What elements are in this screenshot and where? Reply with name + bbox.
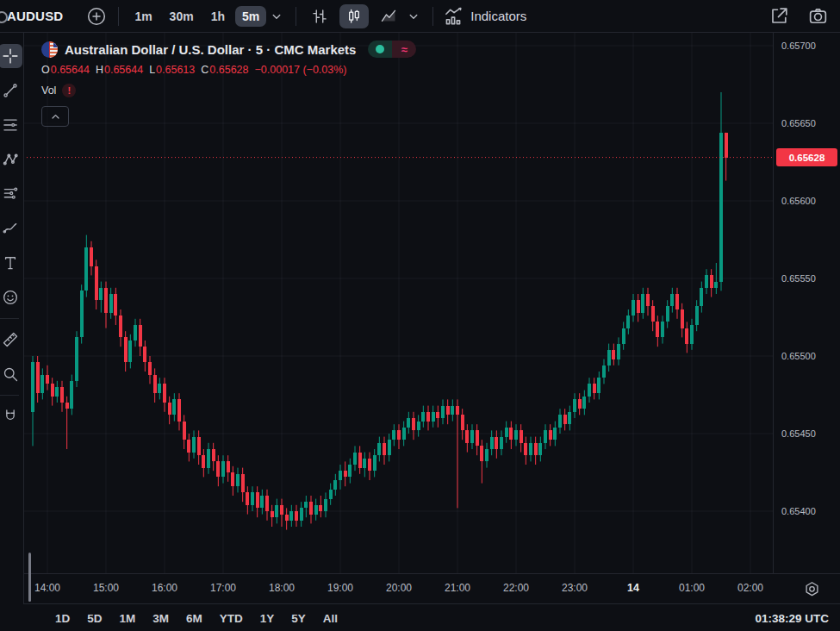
chart-type-candles-icon[interactable] xyxy=(339,4,369,28)
timeframe-5m[interactable]: 5m xyxy=(235,6,266,27)
drawing-toolbar xyxy=(0,32,24,610)
price-axis-label: 0.65450 xyxy=(781,428,816,439)
tool-text-icon[interactable] xyxy=(0,246,23,280)
timeframe-30m[interactable]: 30m xyxy=(163,6,201,27)
chart-type-group xyxy=(305,4,403,28)
bottom-toolbar: 1D5D1M3M6MYTD1Y5YAll 01:38:29 UTC xyxy=(23,603,840,631)
time-axis-label: 21:00 xyxy=(445,582,470,594)
market-open-dot-icon xyxy=(368,41,392,58)
tool-emoji-icon[interactable] xyxy=(0,280,23,315)
low-value: L0.65613 xyxy=(149,64,195,76)
range-1m[interactable]: 1M xyxy=(114,609,142,628)
toolbar-divider xyxy=(0,318,19,319)
price-axis-label: 0.65400 xyxy=(781,506,816,516)
toolbar-divider xyxy=(432,7,433,26)
indicators-icon xyxy=(442,5,464,28)
toolbar-divider xyxy=(0,395,19,396)
utc-clock: 01:38:29 UTC xyxy=(755,612,829,625)
audusd-flag-icon xyxy=(41,41,58,58)
chart-pane[interactable]: 0.657000.656500.656000.655500.655000.654… xyxy=(23,32,840,631)
time-axis-label: 18:00 xyxy=(269,582,295,594)
tool-fib-retracement-icon[interactable] xyxy=(0,108,23,142)
tool-magnet-icon[interactable] xyxy=(0,399,23,434)
time-axis[interactable]: 14:0015:0016:0017:0018:0019:0020:0021:00… xyxy=(23,573,840,605)
chart-type-area-icon[interactable] xyxy=(374,4,403,28)
camera-snapshot-icon[interactable] xyxy=(805,3,831,29)
timeframe-1m[interactable]: 1m xyxy=(128,6,159,27)
range-ytd[interactable]: YTD xyxy=(214,609,249,628)
approx-price-icon: ≈ xyxy=(392,41,416,58)
legend-collapse-button[interactable] xyxy=(41,106,69,127)
top-toolbar: AUDUSD 1m30m1h5m Indicators xyxy=(0,0,840,33)
range-1d[interactable]: 1D xyxy=(49,609,76,628)
tool-crosshair-icon[interactable] xyxy=(0,39,23,73)
time-axis-label: 14:00 xyxy=(34,582,60,594)
price-axis-label: 0.65600 xyxy=(781,196,816,206)
time-axis-label: 15:00 xyxy=(93,582,119,594)
tool-zoom-icon[interactable] xyxy=(0,357,23,391)
chart-legend: Australian Dollar / U.S. Dollar · 5 · CM… xyxy=(41,41,416,127)
price-axis-label: 0.65700 xyxy=(781,41,816,51)
symbol-button[interactable]: AUDUSD xyxy=(7,9,63,23)
range-6m[interactable]: 6M xyxy=(180,609,208,628)
time-axis-label: 19:00 xyxy=(327,582,353,594)
last-price-tag: 0.65628 xyxy=(776,148,837,166)
external-link-icon[interactable] xyxy=(766,3,793,29)
time-axis-label: 01:00 xyxy=(679,582,705,594)
toolbar-divider xyxy=(118,7,119,26)
ohlc-row: O0.65644 H0.65644 L0.65613 C0.65628 −0.0… xyxy=(41,64,416,76)
time-axis-label: 20:00 xyxy=(386,582,412,594)
time-axis-label: 17:00 xyxy=(210,582,236,594)
chart-type-bars-icon[interactable] xyxy=(305,4,334,28)
indicators-button[interactable]: Indicators xyxy=(442,5,526,28)
axis-settings-gear-icon[interactable] xyxy=(803,580,821,602)
time-axis-label: 14 xyxy=(627,582,639,594)
change-value: −0.00017 (−0.03%) xyxy=(255,64,347,76)
date-range-group: 1D5D1M3M6MYTD1Y5YAll xyxy=(49,609,344,628)
time-axis-label: 22:00 xyxy=(503,582,529,594)
chart-type-menu-chevron-icon[interactable] xyxy=(403,6,424,27)
open-value: O0.65644 xyxy=(41,64,90,76)
high-value: H0.65644 xyxy=(96,64,143,76)
tool-xabcd-pattern-icon[interactable] xyxy=(0,142,23,177)
timeframe-menu-chevron-icon[interactable] xyxy=(266,6,287,27)
tool-ruler-icon[interactable] xyxy=(0,322,23,357)
range-1y[interactable]: 1Y xyxy=(254,609,281,628)
price-axis-label: 0.65650 xyxy=(781,118,816,128)
range-5y[interactable]: 5Y xyxy=(285,609,312,628)
volume-row[interactable]: Vol ! xyxy=(41,84,416,97)
trading-chart-window: AUDUSD 1m30m1h5m Indicators xyxy=(0,0,840,631)
toolbar-divider xyxy=(296,7,296,26)
indicators-label: Indicators xyxy=(470,9,526,23)
price-axis-label: 0.65550 xyxy=(781,273,816,284)
tool-brush-icon[interactable] xyxy=(0,211,23,246)
pane-scrollbar-thumb[interactable] xyxy=(28,553,31,602)
volume-warning-icon[interactable]: ! xyxy=(62,84,76,97)
symbol-title[interactable]: Australian Dollar / U.S. Dollar · 5 · CM… xyxy=(65,42,356,57)
tool-trend-line-icon[interactable] xyxy=(0,73,23,108)
series-status-toggle[interactable]: ≈ xyxy=(368,41,416,58)
close-value: C0.65628 xyxy=(201,64,248,76)
timeframe-1h[interactable]: 1h xyxy=(204,6,232,27)
time-axis-label: 16:00 xyxy=(152,582,177,594)
range-5d[interactable]: 5D xyxy=(81,609,108,628)
tool-forecast-icon[interactable] xyxy=(0,177,23,211)
price-axis[interactable]: 0.657000.656500.656000.655500.655000.654… xyxy=(773,32,840,573)
time-axis-label: 02:00 xyxy=(737,582,763,594)
range-3m[interactable]: 3M xyxy=(146,609,175,628)
compare-add-icon[interactable] xyxy=(84,3,109,29)
time-axis-label: 23:00 xyxy=(562,582,588,594)
volume-label: Vol xyxy=(41,84,56,97)
price-axis-label: 0.65500 xyxy=(781,351,816,361)
range-all[interactable]: All xyxy=(317,609,344,628)
timeframe-group: 1m30m1h5m xyxy=(128,6,266,27)
